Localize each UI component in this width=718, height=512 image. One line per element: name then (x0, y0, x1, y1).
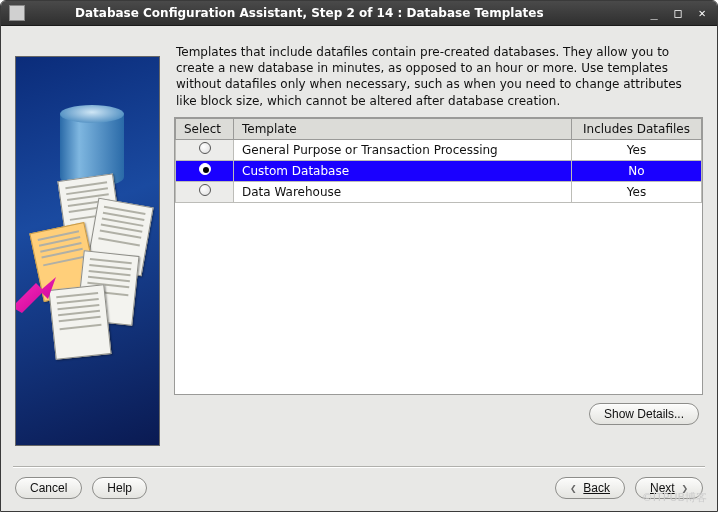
column-header-includes[interactable]: Includes Datafiles (572, 118, 702, 139)
chevron-left-icon: ❮ (570, 482, 577, 495)
minimize-icon[interactable]: _ (645, 6, 663, 20)
svg-marker-0 (15, 277, 56, 313)
titlebar[interactable]: Database Configuration Assistant, Step 2… (1, 1, 717, 26)
cancel-button[interactable]: Cancel (15, 477, 82, 499)
footer-bar: Cancel Help ❮ Back Next ❯ ©ITPUB博客 (1, 467, 717, 511)
back-button[interactable]: ❮ Back (555, 477, 625, 499)
includes-cell: Yes (572, 139, 702, 160)
column-header-select[interactable]: Select (176, 118, 234, 139)
template-name-cell: Data Warehouse (234, 181, 572, 202)
close-icon[interactable]: ✕ (693, 6, 711, 20)
app-icon (9, 5, 25, 21)
database-cylinder-icon (60, 105, 124, 187)
radio-icon[interactable] (199, 163, 211, 175)
paper-icon (48, 284, 111, 359)
templates-table: Select Template Includes Datafiles Gener… (174, 117, 703, 395)
radio-icon[interactable] (199, 142, 211, 154)
window-root: Database Configuration Assistant, Step 2… (0, 0, 718, 512)
table-row[interactable]: Custom Database No (176, 160, 702, 181)
chevron-right-icon: ❯ (681, 482, 688, 495)
template-name-cell: Custom Database (234, 160, 572, 181)
show-details-button[interactable]: Show Details... (589, 403, 699, 425)
table-row[interactable]: General Purpose or Transaction Processin… (176, 139, 702, 160)
includes-cell: Yes (572, 181, 702, 202)
template-name-cell: General Purpose or Transaction Processin… (234, 139, 572, 160)
help-button[interactable]: Help (92, 477, 147, 499)
column-header-template[interactable]: Template (234, 118, 572, 139)
radio-icon[interactable] (199, 184, 211, 196)
maximize-icon[interactable]: □ (669, 6, 687, 20)
side-illustration (15, 56, 160, 446)
next-button[interactable]: Next ❯ (635, 477, 703, 499)
includes-cell: No (572, 160, 702, 181)
description-text: Templates that include datafiles contain… (174, 38, 703, 117)
table-row[interactable]: Data Warehouse Yes (176, 181, 702, 202)
window-title: Database Configuration Assistant, Step 2… (35, 6, 645, 20)
content-area: Templates that include datafiles contain… (1, 26, 717, 511)
